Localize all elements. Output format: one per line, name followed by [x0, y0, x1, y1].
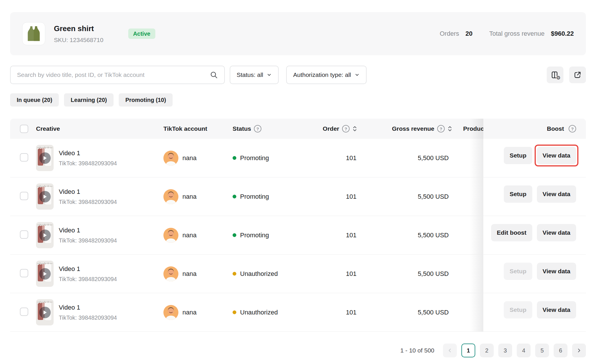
avatar — [163, 228, 178, 243]
authorization-filter-dropdown[interactable]: Authorization type: all — [286, 66, 367, 84]
avatar — [163, 151, 178, 166]
pagination: 1 - 10 of 500 1 2 3 4 5 6 — [400, 343, 586, 358]
column-settings-button[interactable]: ⚙ — [547, 67, 563, 83]
column-status: Status ? — [233, 125, 299, 132]
play-icon — [39, 230, 51, 241]
order-value: 101 — [299, 309, 362, 316]
revenue-value: $960.22 — [551, 30, 574, 37]
filters-row: Status: all Authorization type: all ⚙ — [10, 66, 586, 84]
select-all-checkbox[interactable] — [20, 125, 28, 133]
video-tiktok-id: TikTok: 398482093094 — [59, 314, 117, 321]
sort-icon[interactable] — [352, 125, 357, 132]
export-button[interactable] — [569, 67, 586, 83]
page-button-6[interactable]: 6 — [554, 344, 567, 357]
search-box — [10, 66, 225, 84]
table-header-row: Creative TikTok account Status ? Order ?… — [10, 119, 586, 139]
video-title: Video 1 — [59, 265, 117, 273]
gear-icon: ⚙ — [556, 75, 561, 80]
setup-button-disabled[interactable]: Setup — [504, 263, 532, 280]
product-sku: SKU: 1234568710 — [54, 37, 103, 43]
account-name: nana — [182, 309, 197, 316]
status-text: Promoting — [240, 193, 269, 200]
video-thumbnail[interactable] — [36, 299, 54, 325]
view-data-button[interactable]: View data — [537, 147, 576, 164]
status-text: Unauthorized — [240, 270, 278, 278]
gross-revenue-value: 5,500 USD — [362, 270, 457, 278]
avatar — [163, 189, 178, 204]
status-text: Promoting — [240, 154, 269, 162]
help-icon[interactable]: ? — [342, 125, 350, 132]
sort-icon[interactable] — [448, 125, 452, 132]
account-name: nana — [182, 232, 197, 239]
video-thumbnail[interactable] — [36, 183, 54, 210]
orders-value: 20 — [465, 30, 472, 37]
page-button-1[interactable]: 1 — [461, 344, 475, 357]
row-checkbox[interactable] — [20, 269, 28, 277]
play-icon — [39, 191, 51, 202]
product-summary-card: Green shirt SKU: 1234568710 Active Order… — [10, 12, 586, 55]
orders-label: Orders — [440, 30, 459, 37]
chevron-right-icon[interactable] — [572, 344, 586, 357]
gross-revenue-value: 5,500 USD — [362, 309, 457, 316]
video-thumbnail[interactable] — [36, 145, 54, 171]
table-row: Video 1 TikTok: 398482093094 nana Unauth… — [10, 255, 586, 293]
view-data-button[interactable]: View data — [537, 224, 576, 241]
chevron-left-icon[interactable] — [443, 344, 457, 357]
help-icon[interactable]: ? — [569, 125, 576, 132]
row-checkbox[interactable] — [20, 230, 28, 239]
boost-actions: Edit boost View data — [483, 216, 586, 254]
account-name: nana — [182, 193, 197, 200]
view-data-button[interactable]: View data — [537, 301, 576, 318]
edit-boost-button[interactable]: Edit boost — [491, 224, 532, 241]
video-thumbnail[interactable] — [36, 222, 54, 248]
green-tank-top-graphic — [25, 25, 43, 43]
row-checkbox[interactable] — [20, 192, 28, 200]
column-order: Order ? — [299, 125, 362, 132]
videos-table: Creative TikTok account Status ? Order ?… — [10, 119, 586, 332]
boost-actions: Setup View data — [483, 177, 586, 216]
search-icon[interactable] — [210, 71, 218, 79]
order-value: 101 — [299, 154, 362, 162]
video-tiktok-id: TikTok: 398482093094 — [59, 199, 117, 205]
view-data-button[interactable]: View data — [537, 185, 576, 203]
status-text: Unauthorized — [240, 309, 278, 316]
search-input[interactable] — [17, 71, 210, 78]
play-icon — [39, 268, 51, 280]
video-thumbnail[interactable] — [36, 261, 54, 287]
table-row: Video 1 TikTok: 398482093094 nana Promot… — [10, 139, 586, 177]
stage-tabs: In queue (20) Learning (20) Promoting (1… — [10, 93, 173, 107]
setup-button-disabled[interactable]: Setup — [504, 301, 532, 318]
play-icon — [39, 152, 51, 164]
setup-button[interactable]: Setup — [504, 147, 532, 164]
authorization-filter-label: Authorization type: all — [293, 71, 351, 78]
help-icon[interactable]: ? — [437, 125, 445, 132]
boost-actions: Setup View data — [483, 255, 586, 293]
tab-in-queue[interactable]: In queue (20) — [10, 93, 59, 107]
video-tiktok-id: TikTok: 398482093094 — [59, 160, 117, 167]
video-tiktok-id: TikTok: 398482093094 — [59, 237, 117, 244]
row-checkbox[interactable] — [20, 153, 28, 162]
column-creative: Creative — [36, 125, 163, 132]
page-button-4[interactable]: 4 — [517, 344, 531, 357]
status-dot — [233, 272, 236, 276]
revenue-label: Total gross revenue — [489, 30, 544, 37]
table-row: Video 1 TikTok: 398482093094 nana Unauth… — [10, 293, 586, 332]
tab-promoting[interactable]: Promoting (10) — [119, 93, 173, 107]
gross-revenue-value: 5,500 USD — [362, 193, 457, 200]
chevron-down-icon — [354, 72, 360, 77]
page-button-5[interactable]: 5 — [535, 344, 549, 357]
promotion-dashboard-page: Green shirt SKU: 1234568710 Active Order… — [0, 0, 596, 364]
status-text: Promoting — [240, 232, 269, 239]
status-filter-dropdown[interactable]: Status: all — [230, 66, 279, 84]
view-data-button[interactable]: View data — [537, 263, 576, 280]
help-icon[interactable]: ? — [254, 125, 261, 132]
page-button-2[interactable]: 2 — [480, 344, 494, 357]
row-checkbox[interactable] — [20, 308, 28, 316]
boost-actions: Setup View data — [483, 139, 586, 177]
page-button-3[interactable]: 3 — [498, 344, 512, 357]
setup-button[interactable]: Setup — [504, 185, 532, 203]
avatar — [163, 266, 178, 281]
boost-actions: Setup View data — [483, 293, 586, 331]
pagination-range: 1 - 10 of 500 — [400, 347, 434, 354]
tab-learning[interactable]: Learning (20) — [64, 93, 114, 107]
